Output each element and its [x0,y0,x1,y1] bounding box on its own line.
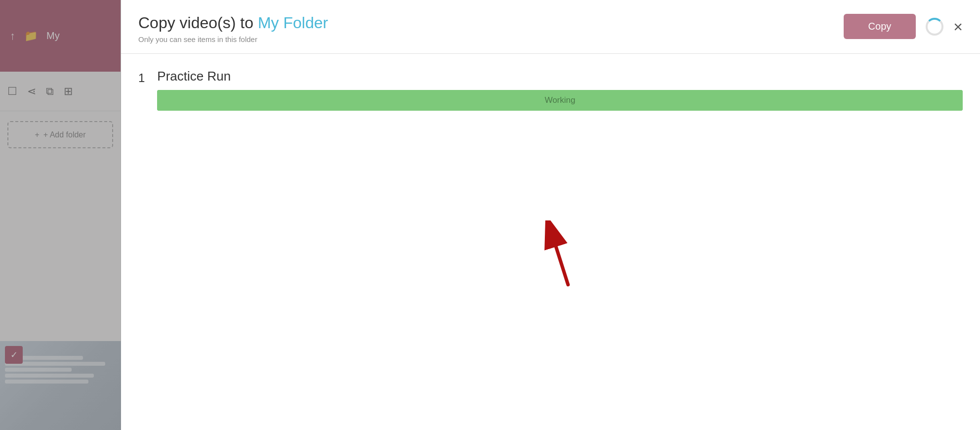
video-details: Practice Run Working [157,69,963,111]
modal-header-actions: Copy × [844,14,963,39]
modal-header: Copy video(s) to My Folder Only you can … [121,0,980,54]
video-item: 1 Practice Run Working [138,69,963,111]
close-button[interactable]: × [953,19,963,35]
loading-spinner [926,18,943,36]
modal-body: 1 Practice Run Working [121,54,980,430]
modal-title: Copy video(s) to My Folder [138,14,328,32]
video-title: Practice Run [157,69,963,84]
copy-button[interactable]: Copy [844,14,916,39]
annotation-arrow [536,220,585,292]
copy-modal: Copy video(s) to My Folder Only you can … [121,0,980,430]
modal-folder-name: My Folder [258,14,328,32]
svg-line-1 [551,230,568,285]
modal-subtitle: Only you can see items in this folder [138,35,328,43]
modal-title-prefix: Copy video(s) to [138,14,258,32]
video-number: 1 [138,69,145,87]
progress-bar: Working [157,90,963,111]
progress-label: Working [545,95,575,105]
modal-title-area: Copy video(s) to My Folder Only you can … [138,14,328,43]
